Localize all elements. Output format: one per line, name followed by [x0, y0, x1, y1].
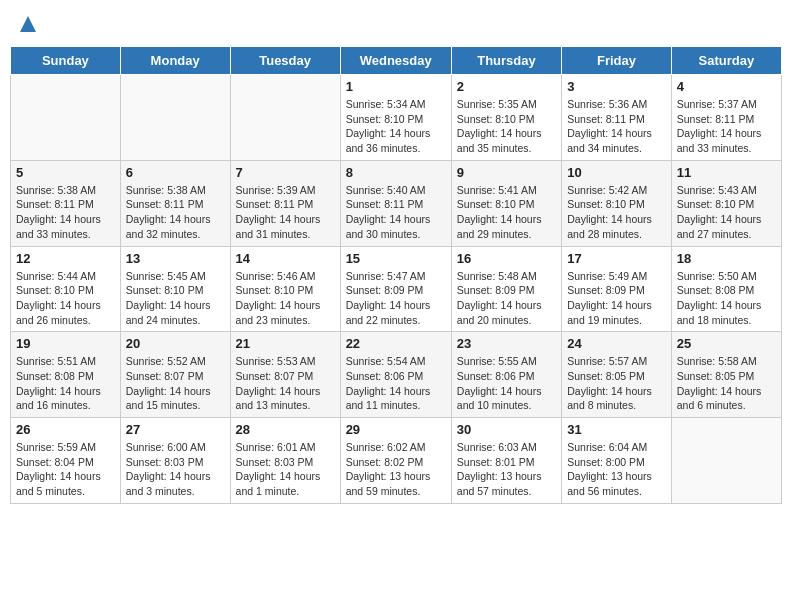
header-day-saturday: Saturday	[671, 47, 781, 75]
calendar-cell: 18Sunrise: 5:50 AM Sunset: 8:08 PM Dayli…	[671, 246, 781, 332]
day-number: 2	[457, 79, 556, 94]
calendar-cell: 30Sunrise: 6:03 AM Sunset: 8:01 PM Dayli…	[451, 418, 561, 504]
day-detail: Sunrise: 5:35 AM Sunset: 8:10 PM Dayligh…	[457, 97, 556, 156]
day-detail: Sunrise: 5:53 AM Sunset: 8:07 PM Dayligh…	[236, 354, 335, 413]
calendar-cell: 6Sunrise: 5:38 AM Sunset: 8:11 PM Daylig…	[120, 160, 230, 246]
calendar-cell: 17Sunrise: 5:49 AM Sunset: 8:09 PM Dayli…	[562, 246, 672, 332]
calendar-cell	[671, 418, 781, 504]
calendar-cell: 28Sunrise: 6:01 AM Sunset: 8:03 PM Dayli…	[230, 418, 340, 504]
day-number: 6	[126, 165, 225, 180]
day-number: 30	[457, 422, 556, 437]
header-day-thursday: Thursday	[451, 47, 561, 75]
day-detail: Sunrise: 5:54 AM Sunset: 8:06 PM Dayligh…	[346, 354, 446, 413]
week-row-3: 12Sunrise: 5:44 AM Sunset: 8:10 PM Dayli…	[11, 246, 782, 332]
day-detail: Sunrise: 6:00 AM Sunset: 8:03 PM Dayligh…	[126, 440, 225, 499]
day-detail: Sunrise: 6:04 AM Sunset: 8:00 PM Dayligh…	[567, 440, 666, 499]
day-detail: Sunrise: 5:55 AM Sunset: 8:06 PM Dayligh…	[457, 354, 556, 413]
calendar-cell: 12Sunrise: 5:44 AM Sunset: 8:10 PM Dayli…	[11, 246, 121, 332]
calendar-table: SundayMondayTuesdayWednesdayThursdayFrid…	[10, 46, 782, 504]
day-number: 31	[567, 422, 666, 437]
day-number: 22	[346, 336, 446, 351]
header-row: SundayMondayTuesdayWednesdayThursdayFrid…	[11, 47, 782, 75]
calendar-cell: 20Sunrise: 5:52 AM Sunset: 8:07 PM Dayli…	[120, 332, 230, 418]
calendar-cell: 15Sunrise: 5:47 AM Sunset: 8:09 PM Dayli…	[340, 246, 451, 332]
header-day-tuesday: Tuesday	[230, 47, 340, 75]
calendar-cell: 13Sunrise: 5:45 AM Sunset: 8:10 PM Dayli…	[120, 246, 230, 332]
week-row-2: 5Sunrise: 5:38 AM Sunset: 8:11 PM Daylig…	[11, 160, 782, 246]
day-detail: Sunrise: 5:43 AM Sunset: 8:10 PM Dayligh…	[677, 183, 776, 242]
day-detail: Sunrise: 5:52 AM Sunset: 8:07 PM Dayligh…	[126, 354, 225, 413]
logo-triangle-icon	[18, 14, 38, 34]
calendar-cell: 23Sunrise: 5:55 AM Sunset: 8:06 PM Dayli…	[451, 332, 561, 418]
day-number: 18	[677, 251, 776, 266]
day-detail: Sunrise: 5:45 AM Sunset: 8:10 PM Dayligh…	[126, 269, 225, 328]
week-row-1: 1Sunrise: 5:34 AM Sunset: 8:10 PM Daylig…	[11, 75, 782, 161]
day-detail: Sunrise: 5:48 AM Sunset: 8:09 PM Dayligh…	[457, 269, 556, 328]
day-detail: Sunrise: 5:51 AM Sunset: 8:08 PM Dayligh…	[16, 354, 115, 413]
day-number: 19	[16, 336, 115, 351]
calendar-cell: 25Sunrise: 5:58 AM Sunset: 8:05 PM Dayli…	[671, 332, 781, 418]
header-day-friday: Friday	[562, 47, 672, 75]
day-number: 25	[677, 336, 776, 351]
calendar-cell: 14Sunrise: 5:46 AM Sunset: 8:10 PM Dayli…	[230, 246, 340, 332]
day-number: 14	[236, 251, 335, 266]
day-detail: Sunrise: 5:34 AM Sunset: 8:10 PM Dayligh…	[346, 97, 446, 156]
day-detail: Sunrise: 5:42 AM Sunset: 8:10 PM Dayligh…	[567, 183, 666, 242]
calendar-cell: 11Sunrise: 5:43 AM Sunset: 8:10 PM Dayli…	[671, 160, 781, 246]
day-detail: Sunrise: 5:59 AM Sunset: 8:04 PM Dayligh…	[16, 440, 115, 499]
calendar-cell: 27Sunrise: 6:00 AM Sunset: 8:03 PM Dayli…	[120, 418, 230, 504]
day-detail: Sunrise: 5:58 AM Sunset: 8:05 PM Dayligh…	[677, 354, 776, 413]
calendar-cell: 1Sunrise: 5:34 AM Sunset: 8:10 PM Daylig…	[340, 75, 451, 161]
header-day-wednesday: Wednesday	[340, 47, 451, 75]
day-number: 11	[677, 165, 776, 180]
week-row-5: 26Sunrise: 5:59 AM Sunset: 8:04 PM Dayli…	[11, 418, 782, 504]
day-number: 4	[677, 79, 776, 94]
calendar-cell: 21Sunrise: 5:53 AM Sunset: 8:07 PM Dayli…	[230, 332, 340, 418]
calendar-cell: 7Sunrise: 5:39 AM Sunset: 8:11 PM Daylig…	[230, 160, 340, 246]
day-detail: Sunrise: 5:36 AM Sunset: 8:11 PM Dayligh…	[567, 97, 666, 156]
calendar-cell: 9Sunrise: 5:41 AM Sunset: 8:10 PM Daylig…	[451, 160, 561, 246]
svg-marker-0	[20, 16, 36, 32]
calendar-cell: 16Sunrise: 5:48 AM Sunset: 8:09 PM Dayli…	[451, 246, 561, 332]
day-number: 3	[567, 79, 666, 94]
day-number: 9	[457, 165, 556, 180]
day-detail: Sunrise: 5:39 AM Sunset: 8:11 PM Dayligh…	[236, 183, 335, 242]
calendar-cell	[11, 75, 121, 161]
calendar-cell: 4Sunrise: 5:37 AM Sunset: 8:11 PM Daylig…	[671, 75, 781, 161]
week-row-4: 19Sunrise: 5:51 AM Sunset: 8:08 PM Dayli…	[11, 332, 782, 418]
calendar-cell	[120, 75, 230, 161]
header-day-sunday: Sunday	[11, 47, 121, 75]
day-detail: Sunrise: 6:01 AM Sunset: 8:03 PM Dayligh…	[236, 440, 335, 499]
calendar-cell: 19Sunrise: 5:51 AM Sunset: 8:08 PM Dayli…	[11, 332, 121, 418]
day-detail: Sunrise: 5:57 AM Sunset: 8:05 PM Dayligh…	[567, 354, 666, 413]
day-detail: Sunrise: 6:02 AM Sunset: 8:02 PM Dayligh…	[346, 440, 446, 499]
day-number: 15	[346, 251, 446, 266]
header-day-monday: Monday	[120, 47, 230, 75]
day-number: 17	[567, 251, 666, 266]
calendar-cell: 10Sunrise: 5:42 AM Sunset: 8:10 PM Dayli…	[562, 160, 672, 246]
day-number: 13	[126, 251, 225, 266]
day-detail: Sunrise: 5:40 AM Sunset: 8:11 PM Dayligh…	[346, 183, 446, 242]
day-detail: Sunrise: 5:49 AM Sunset: 8:09 PM Dayligh…	[567, 269, 666, 328]
calendar-cell: 22Sunrise: 5:54 AM Sunset: 8:06 PM Dayli…	[340, 332, 451, 418]
calendar-cell: 24Sunrise: 5:57 AM Sunset: 8:05 PM Dayli…	[562, 332, 672, 418]
day-number: 23	[457, 336, 556, 351]
logo	[16, 14, 38, 34]
calendar-cell: 2Sunrise: 5:35 AM Sunset: 8:10 PM Daylig…	[451, 75, 561, 161]
day-detail: Sunrise: 5:44 AM Sunset: 8:10 PM Dayligh…	[16, 269, 115, 328]
day-number: 1	[346, 79, 446, 94]
day-detail: Sunrise: 5:46 AM Sunset: 8:10 PM Dayligh…	[236, 269, 335, 328]
day-detail: Sunrise: 5:41 AM Sunset: 8:10 PM Dayligh…	[457, 183, 556, 242]
day-detail: Sunrise: 5:50 AM Sunset: 8:08 PM Dayligh…	[677, 269, 776, 328]
calendar-cell: 31Sunrise: 6:04 AM Sunset: 8:00 PM Dayli…	[562, 418, 672, 504]
day-detail: Sunrise: 6:03 AM Sunset: 8:01 PM Dayligh…	[457, 440, 556, 499]
calendar-cell: 8Sunrise: 5:40 AM Sunset: 8:11 PM Daylig…	[340, 160, 451, 246]
day-number: 5	[16, 165, 115, 180]
day-number: 24	[567, 336, 666, 351]
day-detail: Sunrise: 5:38 AM Sunset: 8:11 PM Dayligh…	[126, 183, 225, 242]
day-number: 21	[236, 336, 335, 351]
calendar-cell: 3Sunrise: 5:36 AM Sunset: 8:11 PM Daylig…	[562, 75, 672, 161]
day-number: 7	[236, 165, 335, 180]
day-number: 8	[346, 165, 446, 180]
day-detail: Sunrise: 5:38 AM Sunset: 8:11 PM Dayligh…	[16, 183, 115, 242]
